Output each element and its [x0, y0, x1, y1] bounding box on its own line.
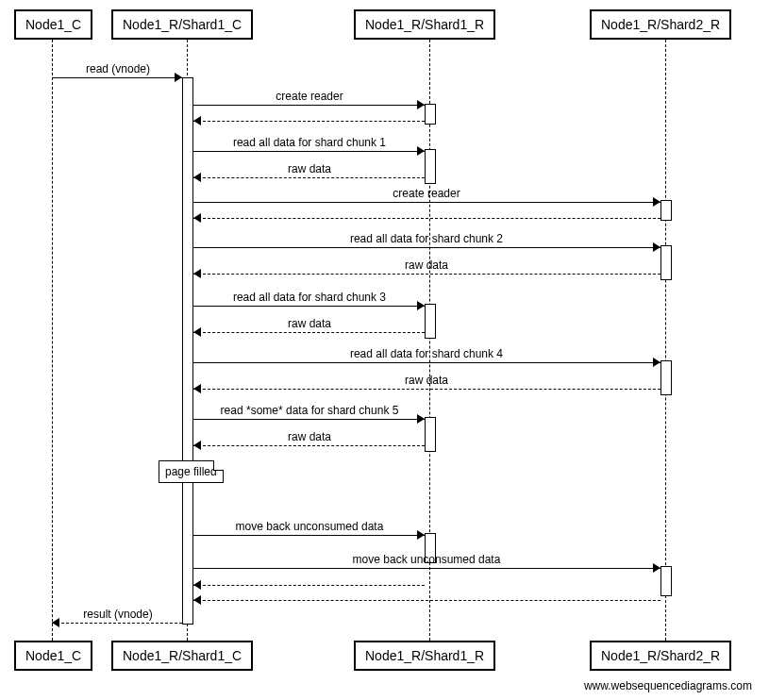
- msg-moveback1: [193, 535, 425, 536]
- credit-label: www.websequencediagrams.com: [584, 679, 752, 692]
- sequence-diagram: Node1_C Node1_R/Shard1_C Node1_R/Shard1_…: [0, 0, 769, 700]
- arrow-icon: [193, 580, 201, 590]
- msg-read-vnode: [52, 77, 182, 78]
- arrow-icon: [653, 358, 660, 367]
- arrow-icon: [193, 384, 201, 393]
- msg-create-reader-2-label: create reader: [393, 187, 460, 200]
- activation-p4-4: [660, 566, 672, 596]
- msg-chunk3: [193, 306, 425, 307]
- arrow-icon: [52, 618, 59, 627]
- activation-p2: [182, 77, 193, 625]
- msg-create-reader-2: [193, 202, 660, 203]
- arrow-icon: [653, 197, 660, 207]
- participant-node1r-shard2r-top: Node1_R/Shard2_R: [590, 9, 731, 40]
- arrow-icon: [417, 530, 425, 540]
- msg-chunk4: [193, 362, 660, 363]
- msg-create-reader-1-label: create reader: [276, 90, 343, 103]
- activation-p3-2: [425, 149, 436, 184]
- msg-chunk1-label: read all data for shard chunk 1: [233, 136, 386, 149]
- activation-p4-1: [660, 200, 672, 221]
- participant-node1r-shard1c-bottom: Node1_R/Shard1_C: [111, 641, 253, 671]
- msg-raw2: [193, 274, 660, 275]
- note-label: page filled: [165, 465, 217, 478]
- msg-chunk1: [193, 151, 425, 152]
- activation-p3-3: [425, 304, 436, 339]
- participant-node1r-shard1r-bottom: Node1_R/Shard1_R: [354, 641, 495, 671]
- arrow-icon: [653, 242, 660, 252]
- msg-raw4-label: raw data: [405, 374, 448, 387]
- arrow-icon: [193, 269, 201, 278]
- activation-p3-1: [425, 104, 436, 125]
- msg-raw4: [193, 389, 660, 390]
- arrow-icon: [417, 100, 425, 109]
- msg-chunk3-label: read all data for shard chunk 3: [233, 291, 386, 304]
- msg-raw3: [193, 332, 425, 333]
- arrow-icon: [193, 595, 201, 605]
- msg-raw5-label: raw data: [288, 430, 331, 443]
- activation-p4-3: [660, 360, 672, 395]
- participant-node1r-shard1r-top: Node1_R/Shard1_R: [354, 9, 495, 40]
- arrow-icon: [193, 173, 201, 182]
- activation-p4-2: [660, 245, 672, 280]
- arrow-icon: [193, 441, 201, 450]
- msg-moveback1-label: move back unconsumed data: [236, 520, 384, 533]
- arrow-icon: [193, 116, 201, 125]
- msg-raw2-label: raw data: [405, 258, 448, 272]
- msg-chunk5: [193, 419, 425, 420]
- arrow-icon: [653, 563, 660, 573]
- msg-chunk5-label: read *some* data for shard chunk 5: [221, 404, 399, 417]
- msg-read-vnode-label: read (vnode): [86, 62, 150, 75]
- msg-moveback2-return: [193, 600, 660, 601]
- arrow-icon: [417, 301, 425, 310]
- note-page-filled: page filled: [159, 460, 224, 483]
- arrow-icon: [175, 73, 182, 82]
- msg-chunk2: [193, 247, 660, 248]
- msg-moveback2: [193, 568, 660, 569]
- msg-raw3-label: raw data: [288, 317, 331, 330]
- msg-moveback1-return: [193, 585, 425, 586]
- msg-raw5: [193, 445, 425, 446]
- participant-node1r-shard1c-top: Node1_R/Shard1_C: [111, 9, 253, 40]
- activation-p3-4: [425, 417, 436, 452]
- msg-raw1-label: raw data: [288, 162, 331, 175]
- msg-chunk4-label: read all data for shard chunk 4: [350, 347, 503, 360]
- arrow-icon: [193, 327, 201, 337]
- msg-moveback2-label: move back unconsumed data: [353, 553, 501, 566]
- arrow-icon: [417, 414, 425, 424]
- msg-create-reader-2-return: [193, 218, 660, 219]
- msg-result-label: result (vnode): [83, 608, 152, 621]
- msg-result: [52, 623, 182, 624]
- arrow-icon: [193, 213, 201, 223]
- arrow-icon: [417, 146, 425, 156]
- participant-node1-c-bottom: Node1_C: [14, 641, 92, 671]
- lifeline-p4: [665, 40, 666, 641]
- msg-create-reader-1: [193, 105, 425, 106]
- msg-raw1: [193, 177, 425, 178]
- note-corner-icon: [213, 460, 224, 471]
- participant-node1r-shard2r-bottom: Node1_R/Shard2_R: [590, 641, 731, 671]
- participant-node1-c-top: Node1_C: [14, 9, 92, 40]
- msg-create-reader-1-return: [193, 121, 425, 122]
- lifeline-p1: [52, 40, 53, 641]
- msg-chunk2-label: read all data for shard chunk 2: [350, 232, 503, 245]
